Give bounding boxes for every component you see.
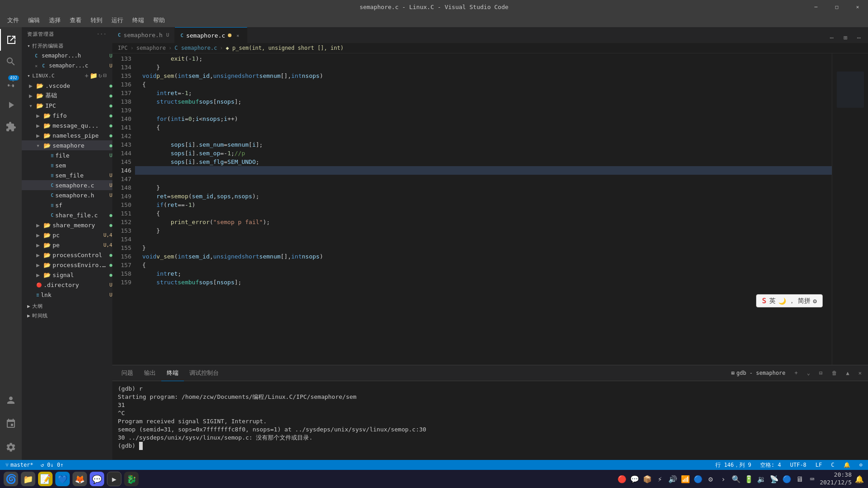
taskbar-icon-8[interactable]: ⚙: [706, 474, 716, 484]
panel-tab-debug[interactable]: 调试控制台: [184, 365, 224, 381]
tree-fifo[interactable]: ▶ 📂 fifo ●: [22, 110, 112, 120]
tree-semfile[interactable]: ≡ sem_file U: [22, 170, 112, 180]
tree-directory[interactable]: 🔴 .directory U: [22, 280, 112, 290]
status-line-ending[interactable]: LF: [814, 462, 824, 468]
status-sync[interactable]: ↺ 0↓ 0↑: [39, 462, 66, 468]
taskbar-time[interactable]: 20:38 2021/12/5: [820, 471, 852, 487]
activity-remote[interactable]: [0, 413, 22, 435]
panel-split-button[interactable]: ⊟: [816, 369, 825, 377]
tree-semaphore[interactable]: ▾ 📂 semaphore ●: [22, 140, 112, 150]
panel-tab-problems[interactable]: 问题: [116, 365, 139, 381]
status-remote-icon[interactable]: ⊙: [858, 462, 864, 468]
taskbar-monitor-icon[interactable]: 🖥: [795, 474, 805, 484]
tab-semaphorec[interactable]: C semaphore.c ✕: [175, 27, 247, 43]
breadcrumb-ipc[interactable]: IPC: [118, 45, 128, 51]
panel-tab-terminal[interactable]: 终端: [161, 365, 184, 381]
tree-processcontrol[interactable]: ▶ 📂 processControl ●: [22, 250, 112, 260]
taskbar-icon-1[interactable]: 🔴: [617, 474, 627, 484]
status-git[interactable]: ⑂ master*: [4, 462, 35, 468]
breadcrumb-file[interactable]: C semaphore.c: [174, 45, 217, 51]
panel-add-button[interactable]: +: [792, 369, 800, 377]
taskbar-vscode[interactable]: 💙: [55, 472, 70, 486]
menu-goto[interactable]: 转到: [87, 14, 106, 26]
taskbar-icon-2[interactable]: 💬: [630, 474, 640, 484]
panel-trash-button[interactable]: 🗑: [829, 369, 840, 377]
collapse-icon[interactable]: ⊟: [103, 72, 107, 79]
taskbar-browser[interactable]: 🦊: [72, 472, 87, 486]
tree-signal[interactable]: ▶ 📂 signal ●: [22, 270, 112, 280]
taskbar-terminal-app[interactable]: ▶: [107, 472, 121, 486]
editor-item-semaphoreh[interactable]: C semaphor...h U: [22, 51, 112, 61]
taskbar-icon-7[interactable]: 🔵: [693, 474, 703, 484]
status-notifications-icon[interactable]: 🔔: [842, 462, 852, 468]
editor-item-semaphorec[interactable]: ✕ C semaphor...c U: [22, 61, 112, 71]
tree-file[interactable]: ≡ file U: [22, 150, 112, 160]
taskbar-kbd-icon[interactable]: ⌨: [807, 474, 817, 484]
code-content[interactable]: exit(-1); } void p_sem(int sem_id,unsign…: [135, 53, 832, 365]
menu-help[interactable]: 帮助: [149, 14, 169, 26]
taskbar-launcher[interactable]: 🌀: [4, 472, 18, 486]
tree-sem[interactable]: ≡ sem: [22, 160, 112, 170]
activity-settings[interactable]: [0, 436, 22, 458]
tree-namelesspipe[interactable]: ▶ 📂 nameless_pipe ●: [22, 130, 112, 140]
panel-chevron-button[interactable]: ⌄: [804, 369, 813, 377]
more-icon[interactable]: ⋯: [854, 32, 864, 43]
taskbar-files[interactable]: 📁: [21, 472, 35, 486]
taskbar-bluetooth-icon[interactable]: 🔵: [782, 474, 792, 484]
minimize-button[interactable]: ─: [805, 0, 826, 14]
taskbar-chevron[interactable]: ›: [719, 474, 728, 484]
layout-icon[interactable]: ⋯: [826, 32, 837, 43]
tree-lnk[interactable]: ≡ lnk U: [22, 290, 112, 300]
tree-processenviro[interactable]: ▶ 📂 processEnviro... ●: [22, 260, 112, 270]
split-icon[interactable]: ⊞: [840, 32, 851, 43]
taskbar-battery-icon[interactable]: 🔋: [744, 474, 754, 484]
close-button[interactable]: ✕: [847, 0, 868, 14]
terminal-content[interactable]: (gdb) r Starting program: /home/zcw/Docu…: [112, 381, 868, 460]
taskbar-search-icon[interactable]: 🔍: [731, 474, 741, 484]
menu-edit[interactable]: 编辑: [24, 14, 43, 26]
activity-avatar[interactable]: [0, 389, 22, 411]
tree-pe[interactable]: ▶ 📂 pe U,4: [22, 240, 112, 250]
new-folder-icon[interactable]: 📁: [90, 72, 98, 79]
tree-ipc[interactable]: ▾ 📂 IPC ●: [22, 100, 112, 110]
tree-semaphorec[interactable]: C semaphore.c U: [22, 180, 112, 190]
status-language[interactable]: C: [829, 462, 836, 468]
ime-settings-icon[interactable]: ⚙: [813, 297, 817, 305]
status-encoding[interactable]: UTF-8: [788, 462, 808, 468]
refresh-icon[interactable]: ↻: [98, 72, 102, 79]
menu-file[interactable]: 文件: [4, 14, 23, 26]
taskbar-discord[interactable]: 💬: [90, 472, 104, 486]
taskbar-notification-icon[interactable]: 🔔: [854, 474, 864, 484]
activity-run[interactable]: [0, 94, 22, 116]
tree-jichu[interactable]: ▶ 📂 基础 ●: [22, 91, 112, 100]
panel-close-button[interactable]: ✕: [856, 369, 864, 377]
menu-view[interactable]: 查看: [66, 14, 85, 26]
taskbar-audio-icon[interactable]: 🔉: [757, 474, 767, 484]
breadcrumb-semaphore[interactable]: semaphore: [136, 45, 166, 51]
section-linuxc[interactable]: ▾ LINUX.C + 📁 ↻ ⊟: [22, 71, 112, 81]
menu-run[interactable]: 运行: [108, 14, 127, 26]
taskbar-text-editor[interactable]: 📝: [38, 472, 53, 486]
section-timeline[interactable]: ▶ 时间线: [22, 311, 112, 321]
tree-sharefilec[interactable]: C share_file.c ●: [22, 210, 112, 220]
activity-source-control[interactable]: 492: [0, 72, 22, 94]
tree-sf[interactable]: ≡ sf: [22, 200, 112, 210]
taskbar-extra[interactable]: 🐉: [124, 472, 139, 486]
restore-button[interactable]: □: [826, 0, 847, 14]
menu-terminal[interactable]: 终端: [129, 14, 148, 26]
tree-pc[interactable]: ▶ 📂 pc U,4: [22, 230, 112, 240]
ime-widget[interactable]: S 英 🌙 ， 简拼 ⚙: [756, 294, 823, 307]
activity-extensions[interactable]: [0, 116, 22, 138]
activity-explorer[interactable]: [0, 29, 22, 51]
taskbar-network-icon[interactable]: 📡: [769, 474, 779, 484]
tab-semaphoreh[interactable]: C semaphore.h U: [112, 27, 175, 43]
sidebar-header-icons[interactable]: ···: [96, 31, 107, 37]
taskbar-icon-5[interactable]: 🔊: [668, 474, 678, 484]
section-open-editors[interactable]: ▾ 打开的编辑器: [22, 41, 112, 51]
activity-search[interactable]: [0, 51, 22, 72]
menu-select[interactable]: 选择: [45, 14, 64, 26]
tree-messagequ[interactable]: ▶ 📂 message_qu... ●: [22, 120, 112, 130]
close-small-icon[interactable]: ✕: [33, 62, 40, 69]
panel-tab-output[interactable]: 输出: [139, 365, 161, 381]
tree-sharememory[interactable]: ▶ 📂 share_memory ●: [22, 220, 112, 230]
